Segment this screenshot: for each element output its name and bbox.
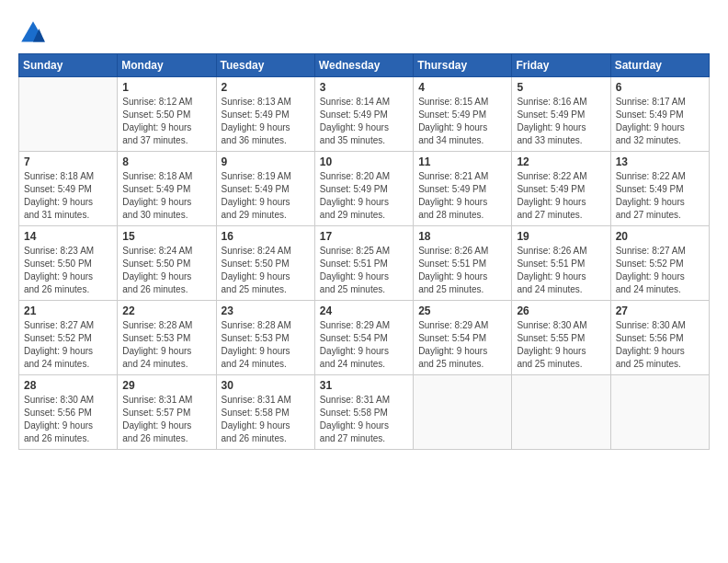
calendar-cell: 28Sunrise: 8:30 AM Sunset: 5:56 PM Dayli… — [19, 375, 118, 450]
calendar-cell: 21Sunrise: 8:27 AM Sunset: 5:52 PM Dayli… — [19, 301, 118, 375]
day-info: Sunrise: 8:18 AM Sunset: 5:49 PM Dayligh… — [24, 170, 112, 222]
calendar-week-row: 21Sunrise: 8:27 AM Sunset: 5:52 PM Dayli… — [19, 301, 710, 375]
day-number: 3 — [320, 81, 408, 94]
day-number: 30 — [222, 379, 310, 392]
day-info: Sunrise: 8:17 AM Sunset: 5:49 PM Dayligh… — [616, 96, 704, 147]
day-info: Sunrise: 8:14 AM Sunset: 5:49 PM Dayligh… — [320, 96, 408, 147]
day-info: Sunrise: 8:16 AM Sunset: 5:49 PM Dayligh… — [517, 96, 605, 147]
calendar-cell: 3Sunrise: 8:14 AM Sunset: 5:49 PM Daylig… — [314, 77, 413, 152]
calendar-cell: 10Sunrise: 8:20 AM Sunset: 5:49 PM Dayli… — [314, 152, 413, 226]
calendar-cell: 25Sunrise: 8:29 AM Sunset: 5:54 PM Dayli… — [414, 301, 512, 375]
day-info: Sunrise: 8:27 AM Sunset: 5:52 PM Dayligh… — [616, 245, 704, 296]
calendar-cell — [19, 77, 118, 152]
day-info: Sunrise: 8:20 AM Sunset: 5:49 PM Dayligh… — [320, 170, 408, 222]
day-info: Sunrise: 8:31 AM Sunset: 5:58 PM Dayligh… — [222, 394, 310, 445]
day-info: Sunrise: 8:13 AM Sunset: 5:49 PM Dayligh… — [222, 96, 310, 147]
calendar-day-header: Thursday — [414, 54, 512, 77]
calendar-cell: 6Sunrise: 8:17 AM Sunset: 5:49 PM Daylig… — [610, 77, 709, 152]
day-number: 17 — [320, 230, 408, 243]
calendar-cell: 16Sunrise: 8:24 AM Sunset: 5:50 PM Dayli… — [216, 226, 314, 301]
calendar-cell: 8Sunrise: 8:18 AM Sunset: 5:49 PM Daylig… — [118, 152, 216, 226]
day-number: 12 — [517, 155, 605, 168]
day-number: 6 — [616, 81, 704, 94]
calendar-cell: 13Sunrise: 8:22 AM Sunset: 5:49 PM Dayli… — [610, 152, 709, 226]
day-info: Sunrise: 8:29 AM Sunset: 5:54 PM Dayligh… — [320, 319, 408, 371]
day-info: Sunrise: 8:29 AM Sunset: 5:54 PM Dayligh… — [418, 319, 506, 371]
calendar-table: SundayMondayTuesdayWednesdayThursdayFrid… — [18, 53, 710, 450]
day-number: 18 — [418, 230, 506, 243]
page-container: SundayMondayTuesdayWednesdayThursdayFrid… — [18, 18, 710, 450]
day-number: 2 — [222, 81, 310, 94]
calendar-cell: 31Sunrise: 8:31 AM Sunset: 5:58 PM Dayli… — [314, 375, 413, 450]
calendar-cell: 5Sunrise: 8:16 AM Sunset: 5:49 PM Daylig… — [512, 77, 610, 152]
day-info: Sunrise: 8:30 AM Sunset: 5:56 PM Dayligh… — [616, 319, 704, 371]
day-info: Sunrise: 8:22 AM Sunset: 5:49 PM Dayligh… — [616, 170, 704, 222]
calendar-header-row: SundayMondayTuesdayWednesdayThursdayFrid… — [19, 54, 710, 77]
calendar-week-row: 7Sunrise: 8:18 AM Sunset: 5:49 PM Daylig… — [19, 152, 710, 226]
day-info: Sunrise: 8:21 AM Sunset: 5:49 PM Dayligh… — [418, 170, 506, 222]
day-info: Sunrise: 8:31 AM Sunset: 5:58 PM Dayligh… — [320, 394, 408, 445]
calendar-cell: 4Sunrise: 8:15 AM Sunset: 5:49 PM Daylig… — [414, 77, 512, 152]
day-info: Sunrise: 8:22 AM Sunset: 5:49 PM Dayligh… — [517, 170, 605, 222]
logo-icon — [18, 18, 48, 48]
calendar-cell — [512, 375, 610, 450]
calendar-cell: 23Sunrise: 8:28 AM Sunset: 5:53 PM Dayli… — [216, 301, 314, 375]
calendar-cell — [610, 375, 709, 450]
day-number: 22 — [122, 304, 210, 317]
calendar-cell: 7Sunrise: 8:18 AM Sunset: 5:49 PM Daylig… — [19, 152, 118, 226]
calendar-week-row: 14Sunrise: 8:23 AM Sunset: 5:50 PM Dayli… — [19, 226, 710, 301]
day-info: Sunrise: 8:31 AM Sunset: 5:57 PM Dayligh… — [122, 394, 210, 445]
day-number: 21 — [24, 304, 112, 317]
day-number: 14 — [24, 230, 112, 243]
day-number: 23 — [222, 304, 310, 317]
day-number: 5 — [517, 81, 605, 94]
day-info: Sunrise: 8:24 AM Sunset: 5:50 PM Dayligh… — [222, 245, 310, 296]
day-number: 24 — [320, 304, 408, 317]
day-info: Sunrise: 8:26 AM Sunset: 5:51 PM Dayligh… — [517, 245, 605, 296]
day-number: 20 — [616, 230, 704, 243]
calendar-cell: 2Sunrise: 8:13 AM Sunset: 5:49 PM Daylig… — [216, 77, 314, 152]
day-info: Sunrise: 8:28 AM Sunset: 5:53 PM Dayligh… — [122, 319, 210, 371]
calendar-cell: 19Sunrise: 8:26 AM Sunset: 5:51 PM Dayli… — [512, 226, 610, 301]
calendar-cell: 22Sunrise: 8:28 AM Sunset: 5:53 PM Dayli… — [118, 301, 216, 375]
day-info: Sunrise: 8:12 AM Sunset: 5:50 PM Dayligh… — [122, 96, 210, 147]
day-number: 1 — [122, 81, 210, 94]
day-number: 8 — [122, 155, 210, 168]
day-info: Sunrise: 8:19 AM Sunset: 5:49 PM Dayligh… — [222, 170, 310, 222]
day-number: 31 — [320, 379, 408, 392]
calendar-cell: 27Sunrise: 8:30 AM Sunset: 5:56 PM Dayli… — [610, 301, 709, 375]
calendar-day-header: Monday — [118, 54, 216, 77]
calendar-cell: 11Sunrise: 8:21 AM Sunset: 5:49 PM Dayli… — [414, 152, 512, 226]
calendar-cell: 20Sunrise: 8:27 AM Sunset: 5:52 PM Dayli… — [610, 226, 709, 301]
day-number: 27 — [616, 304, 704, 317]
calendar-day-header: Tuesday — [216, 54, 314, 77]
calendar-day-header: Sunday — [19, 54, 118, 77]
day-number: 25 — [418, 304, 506, 317]
calendar-cell: 29Sunrise: 8:31 AM Sunset: 5:57 PM Dayli… — [118, 375, 216, 450]
calendar-cell: 9Sunrise: 8:19 AM Sunset: 5:49 PM Daylig… — [216, 152, 314, 226]
calendar-week-row: 1Sunrise: 8:12 AM Sunset: 5:50 PM Daylig… — [19, 77, 710, 152]
calendar-cell — [414, 375, 512, 450]
day-number: 11 — [418, 155, 506, 168]
day-number: 15 — [122, 230, 210, 243]
calendar-day-header: Wednesday — [314, 54, 413, 77]
day-info: Sunrise: 8:26 AM Sunset: 5:51 PM Dayligh… — [418, 245, 506, 296]
header — [18, 18, 710, 48]
day-number: 26 — [517, 304, 605, 317]
calendar-cell: 1Sunrise: 8:12 AM Sunset: 5:50 PM Daylig… — [118, 77, 216, 152]
day-number: 16 — [222, 230, 310, 243]
day-info: Sunrise: 8:23 AM Sunset: 5:50 PM Dayligh… — [24, 245, 112, 296]
day-number: 29 — [122, 379, 210, 392]
day-number: 7 — [24, 155, 112, 168]
calendar-cell: 18Sunrise: 8:26 AM Sunset: 5:51 PM Dayli… — [414, 226, 512, 301]
day-number: 28 — [24, 379, 112, 392]
day-info: Sunrise: 8:27 AM Sunset: 5:52 PM Dayligh… — [24, 319, 112, 371]
calendar-cell: 17Sunrise: 8:25 AM Sunset: 5:51 PM Dayli… — [314, 226, 413, 301]
calendar-cell: 24Sunrise: 8:29 AM Sunset: 5:54 PM Dayli… — [314, 301, 413, 375]
logo — [18, 18, 51, 48]
day-info: Sunrise: 8:30 AM Sunset: 5:56 PM Dayligh… — [24, 394, 112, 445]
day-number: 9 — [222, 155, 310, 168]
calendar-cell: 26Sunrise: 8:30 AM Sunset: 5:55 PM Dayli… — [512, 301, 610, 375]
calendar-day-header: Friday — [512, 54, 610, 77]
calendar-week-row: 28Sunrise: 8:30 AM Sunset: 5:56 PM Dayli… — [19, 375, 710, 450]
